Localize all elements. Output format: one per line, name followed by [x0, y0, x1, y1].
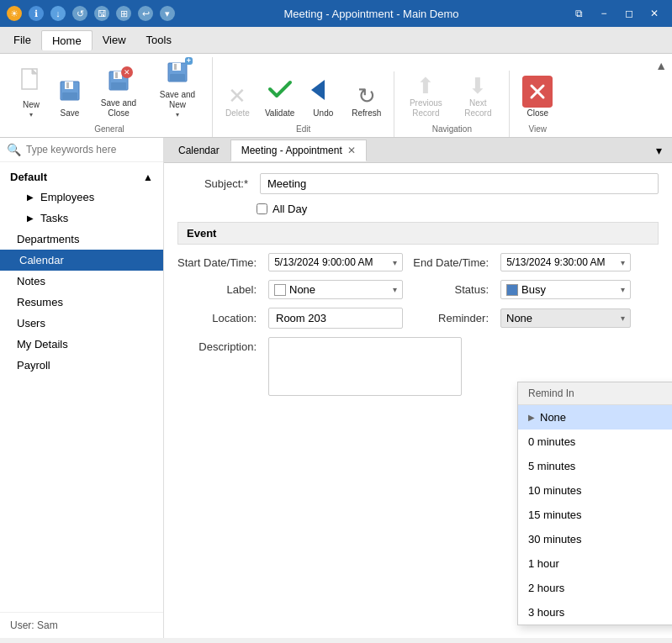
sidebar-item-tasks[interactable]: ▶ Tasks: [0, 208, 163, 229]
tab-close-icon[interactable]: ✕: [347, 145, 356, 156]
reminder-select[interactable]: None ▾: [500, 308, 631, 328]
svg-rect-9: [115, 72, 118, 78]
location-input[interactable]: [268, 308, 403, 329]
dropdown-item-3hr[interactable]: 3 hours: [518, 600, 672, 625]
close-view-label: Close: [527, 108, 549, 119]
app-icon-5[interactable]: 🖫: [94, 6, 109, 21]
tabs-dropdown-arrow[interactable]: ▾: [649, 140, 669, 161]
save-close-label: Save and Close: [97, 98, 140, 119]
tab-calendar[interactable]: Calendar: [167, 140, 230, 161]
next-record-button[interactable]: ⬇ Next Record: [453, 71, 502, 123]
save-new-label: Save and New: [156, 90, 199, 110]
previous-record-button[interactable]: ⬆ Previous Record: [401, 71, 450, 123]
label-value: None: [289, 283, 315, 296]
dropdown-item-30min[interactable]: 30 minutes: [518, 527, 672, 551]
dropdown-5min-label: 5 minutes: [528, 460, 575, 472]
sidebar-group-default[interactable]: Default ▲: [0, 167, 163, 187]
label-label: Label:: [177, 283, 262, 296]
refresh-button[interactable]: ↻ Refresh: [346, 81, 387, 123]
allday-checkbox[interactable]: [257, 203, 267, 214]
dates-row: Start Date/Time: 5/13/2024 9:00:00 AM ▾ …: [177, 253, 659, 271]
app-icon-3[interactable]: ↓: [50, 6, 66, 21]
app-icon-6[interactable]: ⊞: [116, 6, 131, 21]
start-date-value: 5/13/2024 9:00:00 AM: [274, 256, 373, 268]
sidebar-item-notes[interactable]: Notes: [0, 271, 163, 292]
status-select[interactable]: Busy ▾: [500, 280, 631, 299]
ribbon-group-edit: ✕ Delete Validate Undo: [213, 71, 394, 137]
menu-view[interactable]: View: [93, 30, 136, 50]
status-color-indicator: [506, 284, 518, 296]
dropdown-item-15min[interactable]: 15 minutes: [518, 503, 672, 527]
ribbon-group-navigation: ⬆ Previous Record ⬇ Next Record Navigati…: [394, 71, 510, 137]
undo-button[interactable]: Undo: [304, 72, 342, 123]
app-icon-8[interactable]: ▾: [160, 6, 175, 21]
delete-button[interactable]: ✕ Delete: [220, 81, 256, 123]
new-button[interactable]: New ▾: [13, 64, 49, 123]
save-new-button[interactable]: + Save and New ▾: [150, 57, 205, 123]
sidebar-item-users[interactable]: Users: [0, 313, 163, 334]
resumes-label: Resumes: [17, 296, 63, 308]
label-color-indicator: [274, 284, 286, 296]
save-close-icon: ✕: [108, 70, 130, 97]
maximize-button[interactable]: ◻: [618, 4, 640, 23]
dropdown-15min-label: 15 minutes: [528, 509, 582, 521]
status-label: Status:: [410, 283, 494, 296]
subject-input[interactable]: [260, 173, 659, 194]
restore-button[interactable]: ⧉: [568, 4, 590, 23]
start-date-select[interactable]: 5/13/2024 9:00:00 AM ▾: [268, 253, 403, 271]
subject-label: Subject:*: [177, 177, 253, 190]
new-icon: [19, 68, 43, 98]
sidebar-item-departments[interactable]: Departments: [0, 229, 163, 250]
edit-buttons: ✕ Delete Validate Undo: [220, 71, 387, 123]
mydetails-label: My Details: [17, 338, 68, 350]
validate-button[interactable]: Validate: [259, 71, 300, 123]
sidebar-item-employees[interactable]: ▶ Employees: [0, 187, 163, 208]
close-view-button[interactable]: Close: [516, 72, 558, 123]
label-arrow: ▾: [393, 285, 397, 294]
main-area: 🔍 Default ▲ ▶ Employees ▶ Tasks Departme…: [0, 138, 672, 638]
dropdown-item-5min[interactable]: 5 minutes: [518, 454, 672, 478]
sidebar-group-label: Default: [10, 171, 47, 183]
sidebar-item-calendar[interactable]: Calendar: [0, 250, 163, 271]
sidebar-item-payroll[interactable]: Payroll: [0, 355, 163, 376]
window-close-button[interactable]: ✕: [643, 4, 665, 23]
navigation-group-label: Navigation: [401, 123, 502, 137]
sidebar-item-mydetails[interactable]: My Details: [0, 334, 163, 355]
svg-rect-5: [66, 82, 69, 88]
save-new-icon: +: [167, 61, 188, 88]
sidebar-search-area: 🔍: [0, 138, 163, 162]
app-icon-4[interactable]: ↺: [72, 6, 87, 21]
tabs-bar: Calendar Meeting - Appointment ✕ ▾: [164, 138, 672, 163]
dropdown-item-10min[interactable]: 10 minutes: [518, 478, 672, 503]
menu-file[interactable]: File: [3, 30, 41, 50]
general-buttons: New ▾ Save ✕: [13, 57, 205, 123]
dropdown-item-0min[interactable]: 0 minutes: [518, 430, 672, 454]
minimize-button[interactable]: −: [593, 4, 615, 23]
description-input[interactable]: [268, 337, 462, 396]
dropdown-item-2hr[interactable]: 2 hours: [518, 576, 672, 600]
sidebar-item-resumes[interactable]: Resumes: [0, 292, 163, 313]
search-input[interactable]: [26, 144, 156, 155]
dropdown-0min-label: 0 minutes: [528, 435, 575, 448]
tab-meeting-appointment[interactable]: Meeting - Appointment ✕: [230, 140, 367, 161]
app-icon-7[interactable]: ↩: [138, 6, 153, 21]
label-select[interactable]: None ▾: [268, 280, 403, 299]
calendar-label: Calendar: [19, 254, 64, 266]
ribbon-collapse-button[interactable]: ▲: [655, 59, 667, 72]
menu-tools[interactable]: Tools: [136, 30, 182, 50]
save-label: Save: [61, 108, 80, 119]
dropdown-item-1hr[interactable]: 1 hour: [518, 551, 672, 576]
next-label: Next Record: [459, 98, 496, 119]
save-close-button[interactable]: ✕ Save and Close: [91, 66, 146, 123]
selected-arrow-icon: ▶: [528, 413, 535, 422]
svg-rect-6: [62, 92, 77, 100]
general-group-label: General: [13, 123, 205, 137]
end-date-select[interactable]: 5/13/2024 9:30:00 AM ▾: [500, 253, 631, 271]
app-icon-2[interactable]: ℹ: [29, 6, 44, 21]
ribbon-group-view: Close View: [510, 72, 565, 137]
save-button[interactable]: Save: [52, 76, 87, 123]
sidebar: 🔍 Default ▲ ▶ Employees ▶ Tasks Departme…: [0, 138, 164, 638]
app-icon-1[interactable]: ☀: [7, 6, 22, 21]
menu-home[interactable]: Home: [41, 30, 93, 50]
dropdown-item-none[interactable]: ▶ None: [518, 405, 672, 430]
